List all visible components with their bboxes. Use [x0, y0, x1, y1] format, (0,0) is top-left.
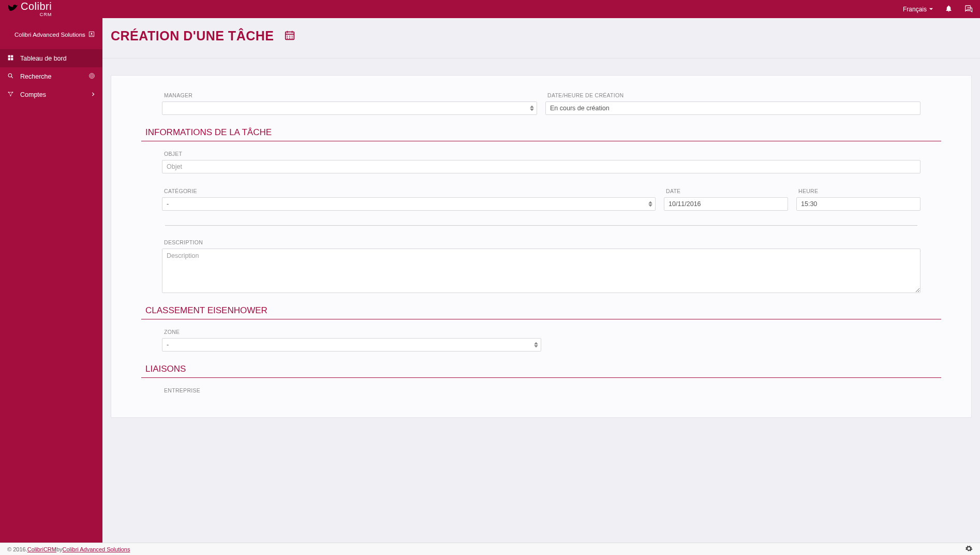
svg-point-5 [8, 74, 12, 77]
page-header: CRÉATION D'UNE TÂCHE [102, 18, 980, 59]
contact-card-icon [88, 31, 95, 39]
section-title-eisenhower: CLASSEMENT EISENHOWER [141, 305, 941, 319]
target-icon [88, 72, 95, 81]
network-icon [7, 91, 14, 99]
footer-link-app[interactable]: ColibriCRM [27, 546, 56, 552]
footer: © 2016. ColibriCRM by Colibri Advanced S… [0, 543, 980, 555]
sidebar-item-search[interactable]: Recherche [0, 67, 102, 85]
categorie-label: CATÉGORIE [162, 188, 656, 194]
footer-link-company[interactable]: Colibri Advanced Solutions [63, 546, 130, 552]
svg-rect-4 [11, 58, 13, 60]
brand[interactable]: Colibri CRM [7, 1, 52, 17]
creation-dt-label: DATE/HEURE DE CRÉATION [545, 92, 920, 98]
main: CRÉATION D'UNE TÂCHE MANAGER [102, 18, 980, 543]
desc-label: DESCRIPTION [162, 239, 920, 245]
calendar-icon[interactable] [284, 30, 295, 42]
desc-textarea[interactable] [162, 249, 920, 293]
chevron-right-icon [91, 91, 95, 98]
date-input[interactable] [664, 197, 788, 211]
brand-sub: CRM [21, 12, 52, 17]
svg-point-11 [10, 95, 11, 96]
form-card: MANAGER [111, 75, 972, 418]
entreprise-label: ENTREPRISE [162, 387, 920, 393]
svg-point-8 [92, 75, 93, 76]
divider [165, 225, 917, 226]
gear-icon [965, 547, 973, 553]
date-label: DATE [664, 188, 788, 194]
footer-by: by [56, 546, 63, 552]
heure-input[interactable] [796, 197, 920, 211]
manager-label: MANAGER [162, 92, 537, 98]
sidebar: Colibri Advanced Solutions Tableau de bo… [0, 18, 102, 543]
search-icon [7, 72, 14, 81]
topbar: Colibri CRM Français [0, 0, 980, 18]
top-actions: Français [903, 4, 973, 14]
section-title-liaisons: LIAISONS [141, 364, 941, 378]
manager-select[interactable] [162, 101, 537, 115]
zone-label: ZONE [162, 329, 541, 335]
notifications-button[interactable] [945, 5, 953, 14]
svg-rect-2 [11, 55, 13, 57]
svg-point-0 [91, 33, 93, 34]
creation-dt-field[interactable] [545, 101, 920, 115]
sidebar-item-dashboard[interactable]: Tableau de bord [0, 49, 102, 67]
chat-button[interactable] [964, 4, 973, 14]
objet-label: OBJET [162, 151, 920, 157]
chevron-down-icon [929, 6, 933, 13]
svg-rect-3 [8, 58, 10, 60]
sidebar-item-label: Tableau de bord [20, 55, 67, 62]
zone-select[interactable]: - [162, 338, 541, 352]
grid-icon [7, 54, 14, 63]
bird-icon [7, 3, 19, 16]
sidebar-item-accounts[interactable]: Comptes [0, 85, 102, 104]
page-title: CRÉATION D'UNE TÂCHE [111, 28, 274, 43]
bell-icon [945, 5, 953, 14]
objet-input[interactable] [162, 160, 920, 173]
categorie-select[interactable]: - [162, 197, 656, 211]
org-name: Colibri Advanced Solutions [14, 32, 85, 38]
section-title-info: INFORMATIONS DE LA TÂCHE [141, 127, 941, 141]
sidebar-item-label: Recherche [20, 73, 51, 80]
heure-label: HEURE [796, 188, 920, 194]
chat-icon [964, 4, 973, 14]
language-label: Français [903, 6, 927, 13]
settings-button[interactable] [965, 545, 973, 553]
org-row[interactable]: Colibri Advanced Solutions [0, 18, 102, 49]
footer-copyright: © 2016. [7, 546, 27, 552]
brand-name: Colibri [21, 1, 52, 11]
language-select[interactable]: Français [903, 6, 933, 13]
sidebar-item-label: Comptes [20, 91, 46, 98]
svg-rect-1 [8, 55, 10, 57]
